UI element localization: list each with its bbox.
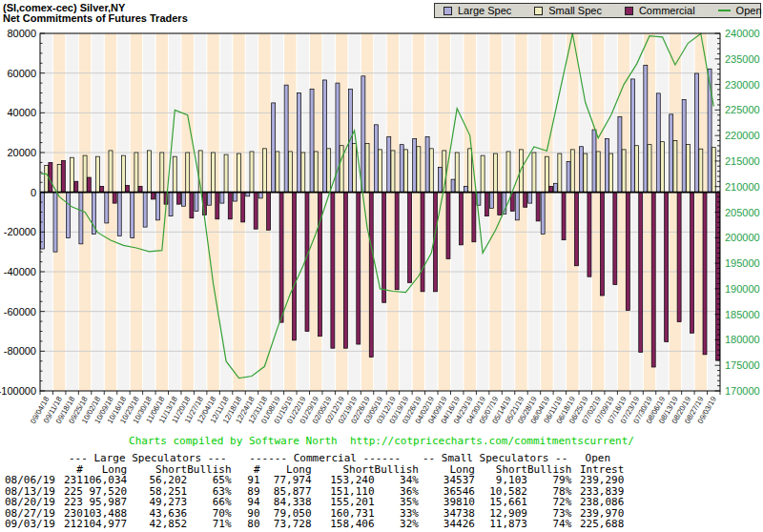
cot-chart-page: (SI,comex-cec) Silver,NY Net Commitments… (0, 0, 763, 532)
table-cell-value: 94 (232, 497, 260, 508)
table-cell-value: 238,086 (571, 497, 624, 508)
table-cell-value: 35% (375, 497, 419, 508)
table-cell-value: 80 (232, 519, 260, 530)
table-cell-value: 91 (232, 475, 260, 486)
cot-data-table: --- Large Speculators --------- Commerci… (5, 453, 624, 530)
table-cell-value: 104,977 (83, 519, 127, 530)
table-group-header-row: --- Large Speculators --------- Commerci… (5, 453, 624, 464)
svg-text:40000: 40000 (7, 107, 36, 118)
table-group-header: ------ Commercial ------ (232, 453, 419, 464)
svg-text:0: 0 (31, 187, 36, 198)
table-cell-value: 39810 (419, 497, 475, 508)
svg-text:-60000: -60000 (4, 306, 36, 317)
table-cell-value: 158,406 (312, 519, 375, 530)
svg-text:-80000: -80000 (4, 345, 36, 357)
table-cell-value: 84,338 (260, 497, 312, 508)
table-group-header: Open (571, 453, 624, 464)
svg-text:185000: 185000 (725, 309, 760, 320)
svg-text:80000: 80000 (7, 28, 36, 39)
svg-text:170000: 170000 (725, 385, 760, 397)
table-row: 08/20/1922395,98749,27366%9484,338155,20… (5, 497, 624, 508)
table-cell-value: 212 (64, 519, 83, 530)
table-cell-value: 74% (527, 519, 571, 530)
svg-text:200000: 200000 (725, 232, 760, 243)
table-cell-date: 08/06/19 (5, 475, 64, 486)
svg-text:190000: 190000 (725, 283, 760, 295)
table-cell-value: 79% (527, 475, 571, 486)
table-cell-date: 08/20/19 (5, 497, 64, 508)
svg-text:210000: 210000 (725, 181, 760, 193)
table-row: 09/03/19212104,97742,85271%8073,728158,4… (5, 519, 624, 530)
svg-text:230000: 230000 (725, 79, 760, 91)
svg-text:175000: 175000 (725, 359, 760, 371)
table-cell-value: 77,974 (260, 475, 312, 486)
table-cell-value: 34537 (419, 475, 475, 486)
table-cell-value: 15,661 (475, 497, 527, 508)
table-cell-value: 153,240 (312, 475, 375, 486)
svg-text:220000: 220000 (725, 130, 760, 141)
svg-text:240000: 240000 (725, 28, 760, 39)
svg-text:215000: 215000 (725, 155, 760, 167)
svg-text:-40000: -40000 (4, 266, 36, 277)
table-cell-value: 56,202 (127, 475, 187, 486)
svg-text:-20000: -20000 (4, 226, 36, 237)
svg-text:195000: 195000 (725, 257, 760, 269)
table-cell-value: 11,873 (475, 519, 527, 530)
table-cell-value: 231 (64, 475, 83, 486)
table-cell-value: 225,688 (571, 519, 624, 530)
svg-text:-100000: -100000 (0, 385, 36, 397)
svg-text:20000: 20000 (7, 147, 36, 158)
table-cell-value: 66% (187, 497, 231, 508)
svg-text:60000: 60000 (7, 68, 36, 79)
cot-chart-plot: -100000-80000-60000-40000-20000020000400… (0, 0, 763, 435)
table-cell-value: 42,852 (127, 519, 187, 530)
attribution-line: Charts compiled by Software North http:/… (0, 435, 763, 447)
table-cell-value: 95,987 (83, 497, 127, 508)
svg-text:180000: 180000 (725, 334, 760, 345)
table-group-header: -- Small Speculators -- (419, 453, 571, 464)
table-cell-value: 34% (375, 475, 419, 486)
table-cell-value: 71% (187, 519, 231, 530)
table-cell-value: 72% (527, 497, 571, 508)
table-cell-value: 223 (64, 497, 83, 508)
table-cell-value: 49,273 (127, 497, 187, 508)
table-row: 08/06/19231106,03456,20265%9177,974153,2… (5, 475, 624, 486)
svg-text:235000: 235000 (725, 53, 760, 65)
table-cell-value: 34426 (419, 519, 475, 530)
table-cell-value: 73,728 (260, 519, 312, 530)
svg-text:205000: 205000 (725, 207, 760, 218)
table-cell-date: 09/03/19 (5, 519, 64, 530)
table-cell-value: 65% (187, 475, 231, 486)
table-cell-value: 9,103 (475, 475, 527, 486)
table-cell-value: 32% (375, 519, 419, 530)
table-group-header: --- Large Speculators --- (64, 453, 232, 464)
svg-text:225000: 225000 (725, 104, 760, 115)
table-cell-value: 155,201 (312, 497, 375, 508)
table-cell-value: 239,290 (571, 475, 624, 486)
table-cell-value: 106,034 (83, 475, 127, 486)
